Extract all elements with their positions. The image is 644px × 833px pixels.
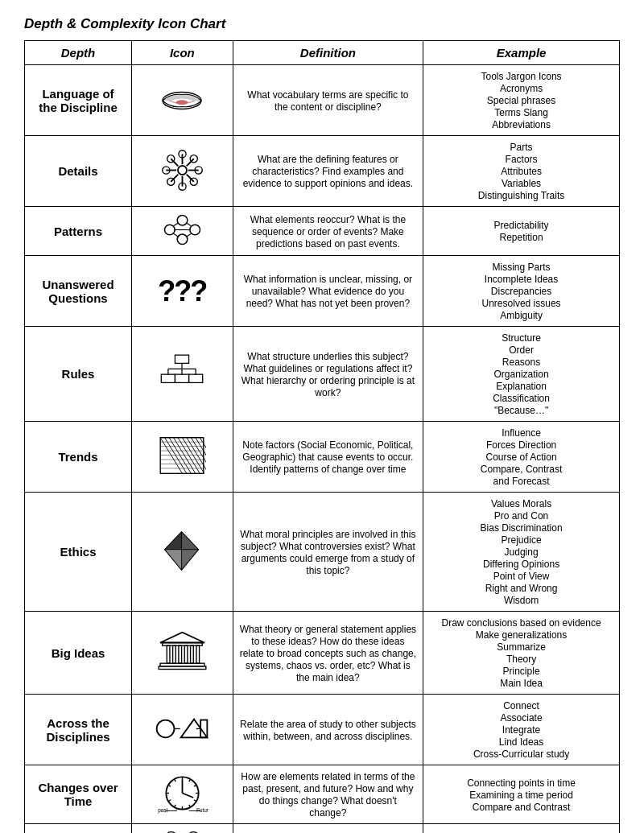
table-row: Ethics What moral principles are involve…	[25, 493, 620, 612]
depth-cell: Changes over Time	[25, 765, 132, 824]
depth-cell: Language of the Discipline	[25, 65, 132, 136]
svg-rect-34	[162, 374, 175, 382]
svg-marker-59	[165, 549, 182, 569]
depth-cell: Different Perspectives	[25, 824, 132, 834]
definition-cell: What structure underlies this subject? W…	[233, 327, 423, 422]
svg-line-24	[173, 223, 178, 226]
example-text: Influence Forces Direction Course of Act…	[481, 427, 562, 487]
svg-marker-73	[181, 720, 208, 738]
svg-rect-64	[172, 645, 175, 663]
table-row: Patterns What elements reoccur? What is …	[25, 207, 620, 256]
depth-cell: Rules	[25, 327, 132, 422]
header-icon: Icon	[132, 41, 233, 65]
example-cell: Missing Parts Incomplete Ideas Discrepan…	[423, 256, 620, 327]
svg-line-81	[194, 785, 196, 786]
icon-cell	[132, 207, 233, 256]
example-cell: Draw conclusions based on evidence Make …	[423, 612, 620, 695]
example-text: Tools Jargon Icons Acronyms Special phra…	[481, 71, 562, 130]
header-definition: Definition	[233, 41, 423, 65]
table-row: Rules What structure underlies this subj…	[25, 327, 620, 422]
depth-label: Details	[58, 164, 97, 178]
svg-line-87	[168, 800, 171, 802]
depth-label: Patterns	[54, 225, 102, 238]
svg-line-39	[165, 438, 187, 474]
depth-cell: Big Ideas	[25, 612, 132, 695]
example-cell: Influence Forces Direction Course of Act…	[423, 422, 620, 493]
example-cell: Values Morals Pro and Con Bias Discrimin…	[423, 493, 620, 612]
icon-cell	[132, 493, 233, 612]
svg-rect-66	[184, 645, 188, 663]
definition-text: What information is unclear, missing, or…	[244, 274, 412, 309]
svg-rect-70	[159, 666, 206, 670]
definition-text: What are the defining features or charac…	[243, 154, 413, 189]
svg-point-20	[177, 215, 188, 225]
example-text: Connecting points in time Examining a ti…	[467, 777, 576, 813]
page-title: Depth & Complexity Icon Chart	[24, 16, 620, 32]
svg-line-38	[161, 438, 183, 474]
svg-line-43	[183, 438, 204, 474]
svg-rect-28	[175, 355, 189, 363]
definition-cell: Relate the area of study to other subjec…	[233, 695, 423, 765]
svg-point-22	[177, 234, 188, 245]
depth-label: Rules	[62, 367, 95, 381]
svg-point-18	[178, 166, 187, 175]
svg-point-71	[157, 720, 175, 738]
svg-line-80	[189, 779, 191, 781]
svg-marker-58	[165, 531, 182, 549]
example-cell: Connecting points in time Examining a ti…	[423, 765, 620, 824]
svg-line-40	[169, 438, 191, 474]
example-text: Connect Associate Integrate Lind Ideas C…	[473, 700, 569, 760]
definition-text: What structure underlies this subject? W…	[242, 351, 415, 398]
depth-label: Across the Disciplines	[46, 716, 109, 744]
svg-marker-57	[182, 531, 199, 549]
svg-line-84	[189, 805, 191, 807]
definition-text: What theory or general statement applies…	[240, 624, 416, 683]
svg-marker-60	[182, 549, 199, 569]
depth-cell: Trends	[25, 422, 132, 493]
svg-rect-63	[167, 645, 170, 663]
definition-text: Note factors (Social Economic, Political…	[242, 439, 413, 475]
example-text: Parts Factors Attributes Variables Disti…	[478, 142, 564, 201]
svg-rect-35	[175, 374, 189, 382]
icon-cell: ???	[132, 256, 233, 327]
icon-cell	[132, 136, 233, 207]
example-cell: Connect Associate Integrate Lind Ideas C…	[423, 695, 620, 765]
example-cell: Parts Factors Attributes Variables Disti…	[423, 136, 620, 207]
table-row: Changes over Time past Future How are el…	[25, 765, 620, 824]
example-cell: Different roles and knowledge Opposing v…	[423, 824, 620, 834]
icon-cell	[132, 65, 233, 136]
definition-cell: What vocabulary terms are specific to th…	[233, 65, 423, 136]
svg-line-90	[174, 779, 175, 781]
svg-rect-68	[196, 645, 200, 663]
svg-rect-67	[190, 645, 193, 663]
depth-label: Unanswered Questions	[42, 278, 114, 305]
depth-label: Changes over Time	[38, 781, 118, 808]
definition-cell: What moral principles are involved in th…	[233, 493, 423, 612]
definition-text: Relate the area of study to other subjec…	[240, 719, 416, 742]
icon-cell	[132, 612, 233, 695]
definition-cell: What elements reoccur? What is the seque…	[233, 207, 423, 256]
svg-point-1	[176, 100, 188, 105]
definition-text: What elements reoccur? What is the seque…	[250, 214, 406, 249]
depth-label: Big Ideas	[52, 646, 105, 660]
example-cell: Structure Order Reasons Organization Exp…	[423, 327, 620, 422]
depth-label: Ethics	[60, 545, 97, 559]
icon-cell	[132, 422, 233, 493]
example-text: Predictability Repetition	[494, 220, 549, 243]
svg-line-86	[174, 805, 175, 807]
svg-line-27	[173, 233, 178, 237]
svg-marker-61	[160, 633, 204, 643]
depth-label: Trends	[58, 450, 97, 464]
example-text: Structure Order Reasons Organization Exp…	[493, 332, 550, 416]
definition-cell: How would others see the situation diffe…	[233, 824, 423, 834]
definition-text: What moral principles are involved in th…	[240, 529, 415, 576]
definition-cell: What theory or general statement applies…	[233, 612, 423, 695]
definition-text: How are elements related in terms of the…	[241, 771, 415, 819]
example-text: Draw conclusions based on evidence Make …	[441, 617, 601, 689]
depth-cell: Across the Disciplines	[25, 695, 132, 765]
definition-text: What vocabulary terms are specific to th…	[247, 89, 408, 113]
svg-point-21	[190, 225, 200, 235]
icon-cell: past Future	[132, 765, 233, 824]
definition-cell: What are the defining features or charac…	[233, 136, 423, 207]
example-cell: Tools Jargon Icons Acronyms Special phra…	[423, 65, 620, 136]
